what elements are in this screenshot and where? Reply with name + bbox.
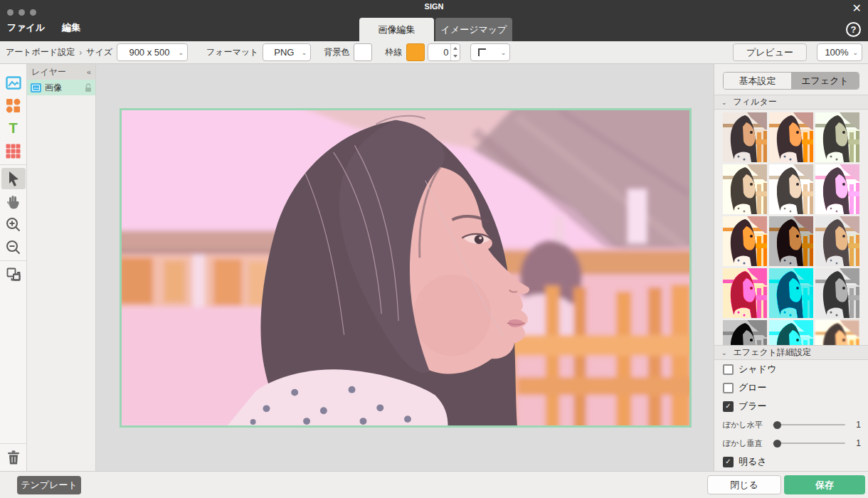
- zoom-in-icon: [6, 217, 21, 232]
- chevron-down-icon: ⌄: [178, 49, 184, 56]
- image-tool[interactable]: [3, 72, 24, 93]
- size-value: 900 x 500: [129, 47, 169, 58]
- blur-vertical-label: ぼかし垂直: [723, 438, 768, 449]
- blur-horizontal-slider[interactable]: [773, 424, 845, 425]
- filter-thumb-dark-contrast[interactable]: [769, 216, 813, 266]
- zoom-select[interactable]: 100% ⌄: [817, 43, 862, 61]
- layer-row-image[interactable]: 画像: [27, 80, 95, 95]
- trash-icon: [7, 450, 20, 465]
- tab-basic-settings[interactable]: 基本設定: [724, 73, 791, 89]
- stepper-up-icon[interactable]: [451, 44, 460, 53]
- filter-thumb-magenta-duotone[interactable]: [723, 268, 767, 318]
- size-select[interactable]: 900 x 500 ⌄: [117, 43, 188, 61]
- select-tool[interactable]: [1, 168, 26, 189]
- blur-horizontal-label: ぼかし水平: [723, 420, 768, 430]
- border-label: 枠線: [385, 46, 402, 58]
- shadow-checkbox[interactable]: ✓: [723, 364, 734, 375]
- blur-vertical-slider[interactable]: [773, 443, 845, 444]
- preview-button[interactable]: プレビュー: [733, 43, 807, 61]
- blur-checkbox[interactable]: ✓: [723, 401, 734, 412]
- duplicate-tool[interactable]: [3, 264, 24, 285]
- tool-sidebar: T: [0, 64, 27, 471]
- filter-thumb-muted-green[interactable]: [815, 112, 859, 162]
- format-label: フォーマット: [206, 46, 258, 58]
- shadow-row: ✓ シャドウ: [714, 360, 868, 378]
- border-style-select[interactable]: ⌄: [470, 43, 510, 61]
- close-icon[interactable]: ✕: [852, 1, 862, 16]
- filter-section-header[interactable]: ⌄ フィルター: [714, 95, 868, 110]
- border-width-stepper[interactable]: [450, 44, 460, 60]
- grid-icon: [6, 144, 21, 159]
- check-icon: ✓: [725, 403, 731, 410]
- background-color-swatch[interactable]: [354, 43, 372, 61]
- window-title: SIGN: [0, 2, 868, 11]
- blur-label: ブラー: [739, 400, 767, 413]
- border-color-swatch[interactable]: [406, 43, 425, 61]
- stepper-down-icon[interactable]: [451, 53, 460, 61]
- layer-label: 画像: [45, 82, 62, 94]
- text-tool[interactable]: T: [3, 117, 24, 139]
- border-width-value[interactable]: 0: [428, 44, 450, 60]
- cursor-icon: [6, 171, 21, 186]
- filter-thumb-pink[interactable]: [815, 164, 859, 214]
- filter-thumb-cyan-tint[interactable]: [769, 320, 813, 345]
- brightness-checkbox[interactable]: ✓: [723, 457, 734, 467]
- hand-tool[interactable]: [3, 191, 24, 212]
- tab-image-map[interactable]: イメージマップ: [435, 18, 512, 41]
- main-area: T: [0, 64, 868, 471]
- artboard-image[interactable]: [120, 108, 692, 428]
- shapes-tool[interactable]: [3, 95, 24, 116]
- help-icon[interactable]: ?: [846, 22, 861, 37]
- menu-bar: ファイル 編集: [7, 21, 80, 34]
- image-icon: [6, 76, 21, 90]
- shadow-label: シャドウ: [739, 363, 776, 376]
- glow-checkbox[interactable]: ✓: [723, 383, 734, 393]
- filter-thumb-normal[interactable]: [723, 112, 767, 162]
- divider: [0, 443, 26, 444]
- filter-grid: [723, 112, 859, 345]
- unlock-icon[interactable]: [85, 83, 92, 92]
- menu-edit[interactable]: 編集: [62, 21, 80, 34]
- filter-thumb-grayscale[interactable]: [815, 268, 859, 318]
- zoom-out-tool[interactable]: [3, 236, 24, 258]
- chevron-down-icon: ⌄: [852, 49, 858, 56]
- chevron-down-icon: ⌄: [302, 49, 307, 56]
- filter-thumb-pale-cream[interactable]: [769, 164, 813, 214]
- edited-photo: [122, 110, 689, 425]
- filter-thumb-soft-blur[interactable]: [815, 320, 859, 345]
- filter-thumb-strong-warm[interactable]: [723, 216, 767, 266]
- divider: [0, 260, 26, 261]
- filter-thumb-high-contrast-bw[interactable]: [723, 320, 767, 345]
- settings-panel: 基本設定 エフェクト ⌄ フィルター: [714, 64, 868, 471]
- canvas-area[interactable]: [96, 64, 714, 471]
- menu-file[interactable]: ファイル: [7, 21, 45, 34]
- blur-vertical-value: 1: [852, 438, 861, 448]
- effect-section-header[interactable]: ⌄ エフェクト詳細設定: [714, 345, 868, 360]
- filter-thumb-sepia[interactable]: [723, 164, 767, 214]
- chevron-down-icon: ⌄: [501, 49, 507, 56]
- effect-section-title: エフェクト詳細設定: [734, 346, 811, 359]
- slider-knob[interactable]: [773, 421, 781, 429]
- template-button[interactable]: テンプレート: [17, 476, 81, 494]
- duplicate-icon: [6, 267, 21, 282]
- close-button[interactable]: 閉じる: [707, 475, 781, 494]
- filter-thumb-warm-vivid[interactable]: [769, 112, 813, 162]
- format-select[interactable]: PNG ⌄: [263, 43, 311, 61]
- filter-thumb-faded-bright[interactable]: [815, 216, 859, 266]
- grid-tool[interactable]: [3, 140, 24, 161]
- collapse-panel-icon[interactable]: «: [87, 68, 91, 76]
- delete-tool[interactable]: [3, 447, 24, 468]
- chevron-down-icon: ⌄: [721, 349, 727, 356]
- layers-title: レイヤー: [31, 66, 66, 78]
- save-button[interactable]: 保存: [784, 475, 865, 494]
- zoom-in-tool[interactable]: [3, 213, 24, 235]
- tab-image-edit[interactable]: 画像編集: [359, 18, 434, 41]
- background-color-label: 背景色: [324, 46, 349, 58]
- breadcrumb[interactable]: アートボード設定: [6, 46, 75, 58]
- tab-effects[interactable]: エフェクト: [791, 73, 859, 89]
- divider: [0, 164, 26, 165]
- filter-thumb-blue-duotone[interactable]: [769, 268, 813, 318]
- border-width-input[interactable]: 0: [428, 43, 460, 61]
- blur-horizontal-value: 1: [852, 420, 861, 430]
- slider-knob[interactable]: [773, 440, 781, 447]
